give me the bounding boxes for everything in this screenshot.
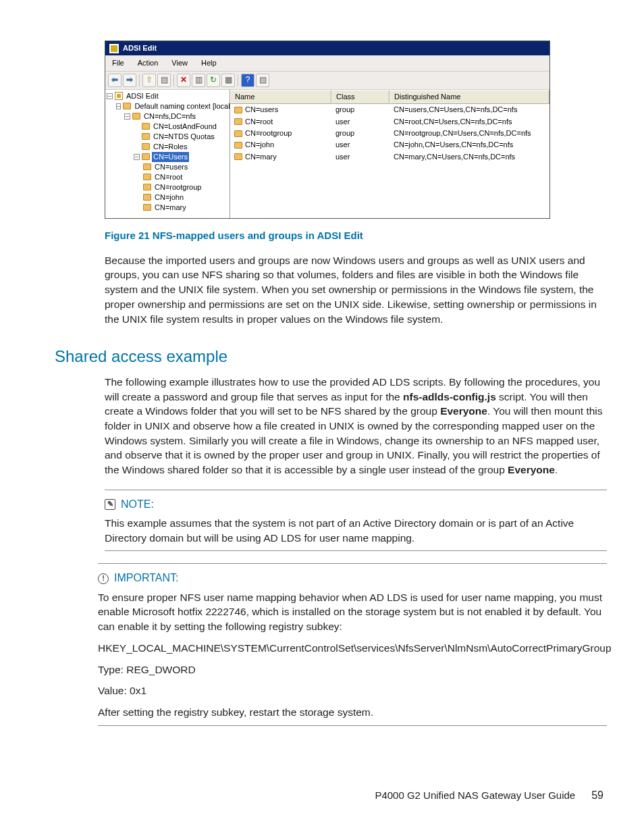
important-p1: To ensure proper NFS user name mapping b… — [98, 590, 607, 634]
table-row[interactable]: CN=rootuserCN=root,CN=Users,CN=nfs,DC=nf… — [230, 116, 549, 128]
important-type: Type: REG_DWORD — [98, 662, 607, 677]
important-after: After setting the registry subkey, resta… — [98, 705, 607, 720]
col-dn[interactable]: Distinguished Name — [390, 90, 549, 104]
back-icon[interactable]: ⬅ — [108, 74, 122, 87]
table-row[interactable]: CN=johnuserCN=john,CN=Users,CN=nfs,DC=nf… — [230, 139, 549, 151]
tree-child-root[interactable]: CN=root — [153, 172, 184, 182]
page-number: 59 — [591, 788, 603, 803]
folder-icon — [142, 123, 150, 130]
tree-ntds[interactable]: CN=NTDS Quotas — [152, 132, 216, 142]
folder-icon — [234, 118, 242, 125]
folder-icon — [132, 113, 140, 120]
paragraph-example: The following example illustrates how to… — [105, 375, 607, 477]
tree-roles[interactable]: CN=Roles — [152, 142, 188, 152]
refresh-icon[interactable]: ↻ — [207, 74, 220, 87]
tree-root[interactable]: ADSI Edit — [125, 91, 160, 101]
folder-icon — [143, 174, 151, 180]
table-row[interactable]: CN=usersgroupCN=users,CN=Users,CN=nfs,DC… — [230, 104, 549, 115]
folder-icon — [143, 194, 151, 201]
tree-pane: –ADSI Edit –Default naming context [loca… — [105, 90, 230, 218]
properties-icon[interactable]: ▤ — [157, 74, 171, 87]
important-head: IMPORTANT: — [114, 571, 178, 585]
figure-caption: Figure 21 NFS-mapped users and groups in… — [105, 228, 607, 242]
view-icon[interactable]: ▤ — [256, 74, 269, 87]
forward-icon[interactable]: ➡ — [123, 74, 136, 87]
tree-lostfound[interactable]: CN=LostAndFound — [152, 122, 218, 132]
note-admonition: NOTE: This example assumes that the syst… — [105, 490, 607, 552]
delete-icon[interactable]: ✕ — [177, 74, 190, 87]
window-titlebar: ADSI Edit — [105, 41, 549, 55]
table-row[interactable]: CN=maryuserCN=mary,CN=Users,CN=nfs,DC=nf… — [230, 151, 549, 163]
tree-child-rootgroup[interactable]: CN=rootgroup — [153, 182, 203, 192]
important-value: Value: 0x1 — [98, 683, 607, 698]
menu-action[interactable]: Action — [131, 56, 165, 70]
folder-icon — [234, 153, 242, 160]
folder-icon — [143, 184, 151, 190]
col-name[interactable]: Name — [230, 90, 331, 104]
list-pane: Name Class Distinguished Name CN=usersgr… — [230, 90, 549, 218]
menubar: File Action View Help — [105, 55, 549, 71]
important-regkey: HKEY_LOCAL_MACHINE\SYSTEM\CurrentControl… — [98, 641, 607, 656]
page-footer: P4000 G2 Unified NAS Gateway User Guide … — [375, 788, 603, 803]
tree-child-users[interactable]: CN=users — [153, 162, 189, 172]
col-class[interactable]: Class — [331, 90, 390, 104]
adsi-edit-screenshot: ADSI Edit File Action View Help ⬅ ➡ ⇧ ▤ … — [105, 41, 550, 219]
folder-icon — [143, 163, 151, 170]
tree-users-selected[interactable]: CN=Users — [152, 152, 189, 162]
folder-icon — [234, 107, 242, 113]
help-icon[interactable]: ? — [241, 74, 254, 87]
folder-icon — [234, 142, 242, 149]
folder-icon — [123, 103, 131, 109]
adsi-root-icon — [115, 92, 123, 100]
menu-view[interactable]: View — [165, 56, 194, 70]
folder-icon — [234, 130, 242, 137]
important-icon — [98, 573, 109, 584]
table-row[interactable]: CN=rootgroupgroupCN=rootgroup,CN=Users,C… — [230, 128, 549, 139]
folder-icon — [143, 204, 151, 211]
toolbar: ⬅ ➡ ⇧ ▤ ✕ ▥ ↻ ▦ ? ▤ — [105, 72, 549, 90]
important-admonition: IMPORTANT: To ensure proper NFS user nam… — [98, 563, 607, 725]
section-heading: Shared access example — [55, 345, 607, 368]
note-body: This example assumes that the system is … — [105, 516, 607, 545]
note-icon — [105, 499, 115, 510]
tree-context[interactable]: Default naming context [localhost — [133, 101, 230, 111]
list-icon[interactable]: ▥ — [192, 74, 205, 87]
export-icon[interactable]: ▦ — [221, 74, 235, 87]
folder-icon — [142, 133, 150, 140]
folder-icon — [142, 143, 150, 150]
tree-nfs[interactable]: CN=nfs,DC=nfs — [142, 111, 197, 122]
app-icon — [109, 44, 119, 53]
window-title: ADSI Edit — [123, 43, 157, 53]
menu-file[interactable]: File — [105, 56, 131, 70]
menu-help[interactable]: Help — [194, 56, 223, 70]
note-head: NOTE: — [121, 497, 154, 512]
up-folder-icon[interactable]: ⇧ — [142, 74, 156, 87]
paragraph-intro: Because the imported users and groups ar… — [105, 253, 607, 326]
folder-icon — [142, 153, 150, 160]
tree-child-mary[interactable]: CN=mary — [153, 203, 188, 213]
footer-title: P4000 G2 Unified NAS Gateway User Guide — [375, 788, 575, 802]
tree-child-john[interactable]: CN=john — [153, 192, 185, 203]
